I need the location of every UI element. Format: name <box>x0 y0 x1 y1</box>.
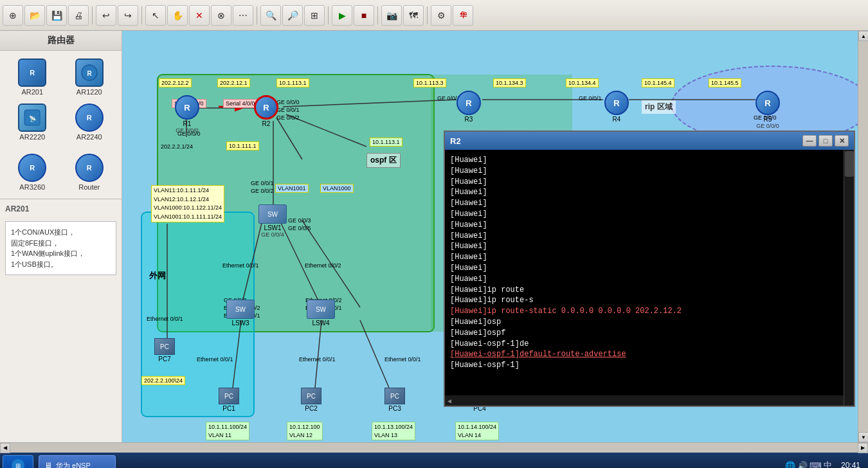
lsw4-label: LSW4 <box>312 320 329 327</box>
node-r5[interactable]: R R5 GE 0/0/0 <box>755 91 780 129</box>
term-line-default: [Huawei-ospf-1]default-route-advertise <box>450 349 849 360</box>
r1-ip-label: 202.2.2.1/24 <box>161 143 193 150</box>
node-lsw1[interactable]: SW LSW1 GE 0/0/4 <box>258 204 287 238</box>
toolbar-print-btn[interactable]: 🖨 <box>68 5 89 26</box>
node-r2[interactable]: R R2 <box>254 95 278 127</box>
toolbar-capture-btn[interactable]: 📷 <box>381 5 402 26</box>
ip-10-1-113-1b: 10.1.113.1 <box>370 138 402 147</box>
term-line-de: [Huawei-ospf-1]de <box>450 339 849 350</box>
ip-label-10-1-113-3: 10.1.113.3 <box>413 78 446 87</box>
sidebar-item-ar201[interactable]: R AR201 <box>5 56 60 98</box>
toolbar-select-btn[interactable]: ↖ <box>145 5 166 26</box>
toolbar-start-btn[interactable]: ▶ <box>332 5 352 26</box>
hscroll-right-btn[interactable]: ▶ <box>858 443 868 453</box>
ip-label-202-2-12-1: 202.2.12.1 <box>217 78 250 87</box>
scroll-down-btn[interactable]: ▼ <box>858 432 868 442</box>
toolbar-sep5 <box>377 6 378 24</box>
terminal-title: R2 <box>450 136 800 146</box>
taskbar: ⊞ 🖥 华为 eNSP 🌐 🔊 ⌨ 中 20:41 <box>0 453 868 468</box>
node-r1[interactable]: R R1 GE 0/0/0 <box>175 95 199 134</box>
r2-label: R2 <box>262 120 271 127</box>
terminal-content[interactable]: [Huawei] [Huawei] [Huawei] [Huawei] [Hua… <box>445 150 854 406</box>
sidebar-title: 路由器 <box>0 31 122 51</box>
term-line-ospf: [Huawei]ospf <box>450 328 849 339</box>
term-line-12: [Huawei] <box>450 274 849 285</box>
sidebar-item-ar1220[interactable]: R AR1220 <box>62 56 117 98</box>
toolbar-zoomin-btn[interactable]: 🔍 <box>260 5 281 26</box>
ip-10-1-111-1: 10.1.111.1 <box>226 141 259 150</box>
toolbar-sep1 <box>92 6 93 24</box>
hscroll-track <box>10 443 858 453</box>
toolbar-stop-btn[interactable]: ■ <box>354 5 374 26</box>
ip-label-10-1-134-3: 10.1.134.3 <box>493 78 526 87</box>
toolbar-sep4 <box>328 6 329 24</box>
ge-r2-002: GE 0/0/2 <box>276 114 300 121</box>
node-lsw3[interactable]: SW LSW3 <box>226 300 255 327</box>
tray-battery-icon: ⌨ <box>809 461 822 469</box>
eth-lsw3-001: Ethernet 0/0/1 <box>222 262 259 269</box>
taskbar-start-btn[interactable]: ⊞ <box>3 455 33 468</box>
sidebar-item-ar3260[interactable]: R AR3260 <box>5 151 60 194</box>
sidebar-item-ar2240[interactable]: R AR2240 <box>62 101 117 143</box>
r4-icon: R <box>604 91 629 115</box>
toolbar-save-btn[interactable]: 💾 <box>46 5 67 26</box>
r1-sublabel: GE 0/0/0 <box>176 127 199 134</box>
r5-label: R5 <box>764 116 772 123</box>
node-pc1[interactable]: PC PC1 <box>219 388 239 412</box>
ip-label-10-1-145-5: 10.1.145.5 <box>709 78 741 87</box>
term-line-4: [Huawei] <box>450 187 849 198</box>
node-pc3[interactable]: PC PC3 <box>384 388 405 412</box>
toolbar-redo-btn[interactable]: ↪ <box>118 5 138 26</box>
scroll-thumb[interactable] <box>845 151 854 177</box>
toolbar-sep6 <box>427 6 428 24</box>
r1-label: R1 <box>183 120 192 127</box>
terminal-window[interactable]: R2 — □ ✕ [Huawei] [Huawei] [Huawei] [Hua… <box>444 130 855 407</box>
term-line-osp: [Huawei]osp <box>450 317 849 328</box>
ar3260-icon: R <box>18 154 46 182</box>
taskbar-app-item[interactable]: 🖥 华为 eNSP <box>39 455 116 468</box>
hscroll-left-btn[interactable]: ◀ <box>0 443 10 453</box>
sidebar-item-router[interactable]: R Router <box>62 151 117 194</box>
toolbar-open-btn[interactable]: 📂 <box>24 5 45 26</box>
terminal-scrollbar[interactable] <box>844 150 854 406</box>
tray-input-icon[interactable]: 中 <box>824 460 832 468</box>
node-pc7[interactable]: PC PC7 <box>154 338 175 363</box>
terminal-close-btn[interactable]: ✕ <box>835 135 849 147</box>
toolbar-text-btn[interactable]: ⋯ <box>233 5 253 26</box>
node-pc2[interactable]: PC PC2 <box>301 388 321 412</box>
pc1-icon: PC <box>219 388 239 404</box>
ospf-area-label: ospf 区 <box>366 153 401 168</box>
canvas-area[interactable]: ospf 区 rip 区域 外网 R R1 GE 0/0/0 R R2 R R3… <box>122 31 868 442</box>
toolbar-topo-btn[interactable]: 🗺 <box>403 5 424 26</box>
sidebar-item-wireless[interactable]: 📡 AR2220 <box>5 101 60 143</box>
pc1-label: PC1 <box>222 405 235 412</box>
svg-line-9 <box>283 100 457 107</box>
toolbar-zoomfit-btn[interactable]: ⊞ <box>304 5 325 26</box>
right-scrollbar[interactable]: ▲ ▼ <box>858 31 868 442</box>
toolbar-new-btn[interactable]: ⊕ <box>3 5 23 26</box>
tray-network-icon[interactable]: 🌐 <box>785 461 795 469</box>
term-line-2: [Huawei] <box>450 166 849 177</box>
ar2240-label: AR2240 <box>77 133 102 141</box>
toolbar-delete-btn[interactable]: ✕ <box>189 5 210 26</box>
node-r4[interactable]: R R4 <box>604 91 629 123</box>
serial-r2-label: Serial 4/0/0 <box>223 99 258 108</box>
horizontal-scrollbar[interactable]: ◀ ▶ <box>0 442 868 453</box>
node-lsw4[interactable]: SW LSW4 <box>307 300 335 327</box>
term-line-6: [Huawei] <box>450 209 849 220</box>
toolbar-zoomout-btn[interactable]: 🔎 <box>282 5 303 26</box>
toolbar-undo-btn[interactable]: ↩ <box>96 5 116 26</box>
terminal-minimize-btn[interactable]: — <box>802 135 817 147</box>
toolbar-huawei-btn[interactable]: 华 <box>453 5 473 26</box>
lsw1-icon: SW <box>258 204 287 224</box>
scroll-up-btn[interactable]: ▲ <box>858 31 868 41</box>
main-area: 路由器 R AR201 R AR1220 📡 AR2220 R AR22 <box>0 31 868 442</box>
info-line-1: 1个CON/AUX接口， <box>11 227 111 238</box>
toolbar-move-btn[interactable]: ✋ <box>167 5 188 26</box>
terminal-maximize-btn[interactable]: □ <box>818 135 833 147</box>
toolbar-connect-btn[interactable]: ⊗ <box>211 5 231 26</box>
tray-volume-icon[interactable]: 🔊 <box>797 461 808 469</box>
toolbar-settings-btn[interactable]: ⚙ <box>431 5 451 26</box>
vlan1001-label: VLAN1001 <box>275 184 309 193</box>
node-r3[interactable]: R R3 <box>457 91 481 123</box>
